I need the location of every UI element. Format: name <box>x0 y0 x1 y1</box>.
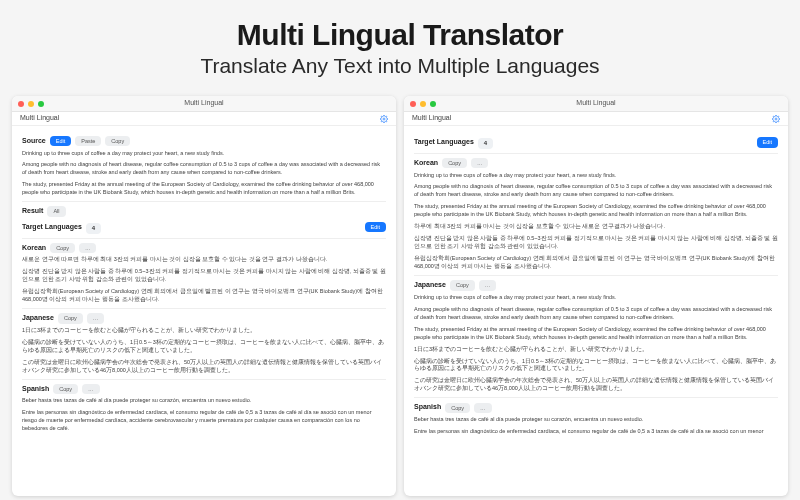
toolbar-title: Multi Lingual <box>412 113 451 124</box>
copy-button[interactable]: Copy <box>105 136 130 146</box>
gear-icon[interactable] <box>772 115 780 123</box>
translation-paragraph: 心臓病の診断を受けていない人のうち、1日0.5～3杯の定期的なコーヒー摂取は、コ… <box>22 339 386 355</box>
lang-name: Korean <box>414 158 438 169</box>
translation-paragraph: 심장병 진단을 받지 않은 사람들 중 하루에 0.5~3잔의 커피를 정기적으… <box>22 268 386 284</box>
window-title: Multi Lingual <box>404 98 788 109</box>
copy-button[interactable]: Copy <box>58 313 83 323</box>
more-button[interactable]: … <box>82 384 100 394</box>
toolbar: Multi Lingual <box>12 112 396 126</box>
translation-paragraph: 심장병 진단을 받지 않은 사람들 중 하루에 0.5~3잔의 커피를 정기적으… <box>414 235 778 251</box>
translation-paragraph: この研究は金曜日に欧州心臓病学会の年次総会で発表され、50万人以上の英国人の詳細… <box>414 377 778 393</box>
more-button[interactable]: … <box>474 403 492 413</box>
more-button[interactable]: … <box>471 158 489 168</box>
lang-name: Japanese <box>22 313 54 324</box>
toolbar: Multi Lingual <box>404 112 788 126</box>
translation-paragraph: 1日に3杯までのコーヒーを飲むと心臓が守られることが、新しい研究でわかりました。 <box>414 346 778 354</box>
lang-name: Japanese <box>414 280 446 291</box>
copy-button[interactable]: Copy <box>442 158 467 168</box>
paste-button[interactable]: Paste <box>75 136 101 146</box>
translation-paragraph: Beber hasta tres tazas de café al día pu… <box>414 416 778 424</box>
result-label: Result <box>22 206 43 217</box>
copy-button[interactable]: Copy <box>50 243 75 253</box>
lang-name: Spanish <box>22 384 49 395</box>
edit-languages-button[interactable]: Edit <box>757 137 778 147</box>
translation-paragraph: 하루에 최대 3잔의 커피를 마시는 것이 심장을 보호할 수 있다는 새로운 … <box>414 223 778 231</box>
target-count-badge: 4 <box>478 138 493 149</box>
lang-name: Spanish <box>414 402 441 413</box>
translation-paragraph: Entre las personas sin diagnóstico de en… <box>414 428 778 436</box>
toolbar-title: Multi Lingual <box>20 113 59 124</box>
source-paragraph: Among people with no diagnosis of heart … <box>22 161 386 177</box>
target-count-badge: 4 <box>86 223 101 234</box>
source-paragraph: The study, presented Friday at the annua… <box>22 181 386 197</box>
svg-point-0 <box>383 118 385 120</box>
edit-languages-button[interactable]: Edit <box>365 222 386 232</box>
copy-button[interactable]: Copy <box>445 403 470 413</box>
edit-button[interactable]: Edit <box>50 136 71 146</box>
translation-paragraph: 유럽심장학회(European Society of Cardiology) 연… <box>22 288 386 304</box>
svg-point-1 <box>775 118 777 120</box>
more-button[interactable]: … <box>87 313 105 323</box>
titlebar[interactable]: Multi Lingual <box>404 96 788 112</box>
translation-paragraph: Among people with no diagnosis of heart … <box>414 183 778 199</box>
source-paragraph: Drinking up to three cups of coffee a da… <box>22 150 386 158</box>
result-filter[interactable]: All <box>47 206 65 216</box>
lang-name: Korean <box>22 243 46 254</box>
app-window-left: Multi Lingual Multi Lingual Source Edit … <box>12 96 396 496</box>
gear-icon[interactable] <box>380 115 388 123</box>
copy-button[interactable]: Copy <box>53 384 78 394</box>
translation-paragraph: Drinking up to three cups of coffee a da… <box>414 172 778 180</box>
hero-title: Multi Lingual Translator <box>0 18 800 52</box>
translation-paragraph: 心臓病の診断を受けていない人のうち、1日0.5～3杯の定期的なコーヒー摂取は、コ… <box>414 358 778 374</box>
window-title: Multi Lingual <box>12 98 396 109</box>
source-label: Source <box>22 136 46 147</box>
copy-button[interactable]: Copy <box>450 280 475 290</box>
translation-paragraph: Among people with no diagnosis of heart … <box>414 306 778 322</box>
more-button[interactable]: … <box>479 280 497 290</box>
translation-paragraph: Entre las personas sin diagnóstico de en… <box>22 409 386 433</box>
titlebar[interactable]: Multi Lingual <box>12 96 396 112</box>
translation-paragraph: 새로운 연구에 따르면 하루에 최대 3잔의 커피를 마시는 것이 심장을 보호… <box>22 256 386 264</box>
hero-subtitle: Translate Any Text into Multiple Languag… <box>0 54 800 78</box>
translation-paragraph: 유럽심장학회(European Society of Cardiology) 연… <box>414 255 778 271</box>
more-button[interactable]: … <box>79 243 97 253</box>
target-languages-label: Target Languages <box>22 222 82 233</box>
translation-paragraph: The study, presented Friday at the annua… <box>414 203 778 219</box>
translation-paragraph: Beber hasta tres tazas de café al día pu… <box>22 397 386 405</box>
translation-paragraph: この研究は金曜日に欧州心臓病学会の年次総会で発表され、50万人以上の英国人の詳細… <box>22 359 386 375</box>
translation-paragraph: 1日に3杯までのコーヒーを飲むと心臓が守られることが、新しい研究でわかりました。 <box>22 327 386 335</box>
target-languages-label: Target Languages <box>414 137 474 148</box>
app-window-right: Multi Lingual Multi Lingual Target Langu… <box>404 96 788 496</box>
hero: Multi Lingual Translator Translate Any T… <box>0 0 800 88</box>
translation-paragraph: Drinking up to three cups of coffee a da… <box>414 294 778 302</box>
translation-paragraph: The study, presented Friday at the annua… <box>414 326 778 342</box>
